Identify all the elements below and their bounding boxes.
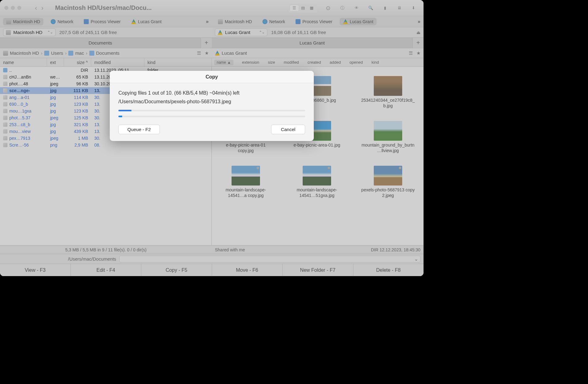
- col-created[interactable]: created: [308, 60, 321, 65]
- grid-item[interactable]: mountain-landscape-14541…a copy.jpg: [218, 166, 274, 198]
- titlebar: ‹ › Macintosh HD/Users/mac/Docu... ☰ ▤ ▦…: [0, 0, 424, 16]
- tab-label: Macintosh HD: [225, 19, 252, 24]
- file-name: cHJ…anBn: [9, 75, 31, 79]
- copy-progress-text: Copying files 1 out of 10. (66 KB/5,4 MB…: [118, 89, 305, 97]
- col-name[interactable]: name: [0, 58, 47, 66]
- fkey-button[interactable]: New Folder - F7: [283, 264, 353, 276]
- file-name: sce…nge-: [9, 88, 30, 93]
- col-name[interactable]: name ▲: [214, 60, 233, 65]
- col-modified[interactable]: modified: [91, 58, 144, 66]
- col-ext[interactable]: ext: [47, 58, 64, 66]
- breadcrumb-item[interactable]: Documents: [96, 50, 120, 56]
- right-breadcrumb[interactable]: Lucas Grant ☰ ★: [212, 48, 424, 58]
- file-size: 2,9 MB: [64, 143, 91, 147]
- info-icon[interactable]: ⓘ: [339, 5, 346, 11]
- dialog-title: Copy: [110, 71, 314, 83]
- col-kind[interactable]: kind: [372, 60, 379, 65]
- grid-item[interactable]: mountain-landscape-14541…51gxa.jpg: [289, 166, 345, 198]
- left-breadcrumb[interactable]: Macintosh HD›Users›mac›Documents☰★: [0, 48, 212, 58]
- toggle-icon[interactable]: ⊙: [325, 5, 331, 11]
- left-newtab[interactable]: +: [201, 38, 212, 48]
- col-added[interactable]: added: [330, 60, 341, 65]
- finder-window: ‹ › Macintosh HD/Users/mac/Docu... ☰ ▤ ▦…: [0, 0, 424, 276]
- favorite-tab[interactable]: Process Viewer: [81, 18, 124, 25]
- view-mode-segment[interactable]: ☰ ▤ ▦: [289, 4, 317, 12]
- col-opened[interactable]: opened: [349, 60, 363, 65]
- fkey-button[interactable]: Delete - F8: [353, 264, 424, 276]
- grid-item[interactable]: pexels-photo-5687913 copy 2.jpeg: [360, 166, 416, 198]
- copy-file-path: /Users/mac/Documents/pexels-photo-568791…: [118, 98, 305, 105]
- column-view-icon[interactable]: ▤: [299, 5, 307, 11]
- status-row: 5,3 MB / 5,5 MB in 9 / 11 file(s). 0 / 0…: [0, 245, 424, 254]
- list-view-icon[interactable]: ☰: [290, 5, 299, 11]
- queue-button[interactable]: Queue - F2: [118, 125, 160, 134]
- tab-icon: [84, 19, 89, 24]
- col-size[interactable]: size: [268, 60, 275, 65]
- file-name: ang…a-01: [9, 95, 29, 100]
- fkey-button[interactable]: Move - F6: [212, 264, 283, 276]
- left-dirtab[interactable]: Documents: [0, 38, 201, 48]
- favorite-tab[interactable]: Network: [259, 18, 288, 25]
- favorite-tab[interactable]: Lucas Grant: [340, 18, 376, 25]
- columns-icon[interactable]: ▮: [381, 6, 388, 10]
- grid-item-name: e-bay-picnic-area-01 copy.jpg: [218, 143, 274, 153]
- file-size: 123 KB: [64, 109, 91, 113]
- favorite-tab[interactable]: Process Viewer: [292, 18, 335, 25]
- file-size: 321 KB: [64, 122, 91, 127]
- breadcrumb-item[interactable]: Macintosh HD: [10, 50, 39, 56]
- right-drive-select[interactable]: Lucas Grant ⌃⌄: [215, 28, 267, 36]
- traffic-lights[interactable]: [4, 6, 21, 10]
- sort-asc-icon: ^: [86, 60, 88, 65]
- breadcrumb-item[interactable]: mac: [75, 50, 84, 56]
- file-icon: [3, 143, 7, 147]
- star-icon[interactable]: ★: [416, 50, 420, 56]
- favorite-tab[interactable]: Macintosh HD: [215, 18, 255, 25]
- favorite-tab[interactable]: Lucas Grant: [128, 18, 164, 25]
- breadcrumb-item[interactable]: Users: [51, 50, 63, 56]
- folder-icon: [3, 68, 7, 72]
- eject-icon[interactable]: ⏏: [416, 30, 420, 35]
- toolbar-icons: ☰ ▤ ▦ ⊙ ⓘ 👁 🔍 ▮ 🖥 ⬇: [289, 4, 417, 12]
- col-size[interactable]: size^: [64, 58, 91, 66]
- list-toggle-icon[interactable]: ☰: [197, 50, 201, 56]
- download-icon[interactable]: ⬇: [410, 6, 417, 10]
- col-kind[interactable]: kind: [144, 58, 212, 66]
- left-drive-select[interactable]: Macintosh HD ⌃⌄: [3, 28, 56, 36]
- list-toggle-icon[interactable]: ☰: [409, 50, 413, 56]
- favorite-tab[interactable]: Macintosh HD: [3, 18, 43, 25]
- eye-icon[interactable]: 👁: [353, 6, 360, 10]
- col-modified[interactable]: modified: [284, 60, 299, 65]
- grid-item[interactable]: mountain_ground_by_burtn…llview.jpg: [360, 121, 416, 153]
- col-extension[interactable]: extension: [242, 60, 259, 65]
- right-newtab[interactable]: +: [412, 38, 424, 48]
- tab-icon: [218, 19, 223, 24]
- more-icon[interactable]: »: [206, 19, 209, 24]
- fkey-button[interactable]: View - F3: [0, 264, 71, 276]
- more-icon[interactable]: »: [418, 19, 420, 24]
- file-icon: [3, 88, 7, 93]
- file-name: mou…view: [9, 129, 31, 134]
- fkey-button[interactable]: Copy - F5: [141, 264, 212, 276]
- back-icon[interactable]: ‹: [35, 4, 37, 11]
- right-dirtab[interactable]: Lucas Grant: [212, 38, 412, 48]
- star-icon[interactable]: ★: [205, 50, 209, 56]
- forward-icon[interactable]: ›: [41, 4, 44, 11]
- file-icon: [3, 129, 7, 134]
- display-icon[interactable]: 🖥: [396, 6, 403, 10]
- column-headers: name ext size^ modified kind name ▲exten…: [0, 58, 424, 67]
- file-size: 111 KB: [64, 88, 91, 93]
- binoculars-icon[interactable]: 🔍: [367, 6, 374, 10]
- file-row[interactable]: Scre…-56png2,9 MB08.: [0, 142, 211, 148]
- fkey-button[interactable]: Edit - F4: [71, 264, 142, 276]
- favorite-tab[interactable]: Network: [48, 18, 76, 25]
- cancel-button[interactable]: Cancel: [271, 125, 305, 134]
- breadcrumb-row: Macintosh HD›Users›mac›Documents☰★ Lucas…: [0, 48, 424, 58]
- grid-item[interactable]: 25341240344_ce270f19c8_b.jpg: [360, 76, 416, 109]
- tab-label: Network: [269, 19, 285, 24]
- nav-arrows[interactable]: ‹ ›: [35, 4, 43, 11]
- path-dropdown[interactable]: ⌄: [119, 256, 420, 262]
- tab-icon: [51, 19, 56, 24]
- grid-view-icon[interactable]: ▦: [307, 5, 316, 11]
- file-icon: [3, 109, 7, 113]
- tab-label: Lucas Grant: [350, 19, 373, 24]
